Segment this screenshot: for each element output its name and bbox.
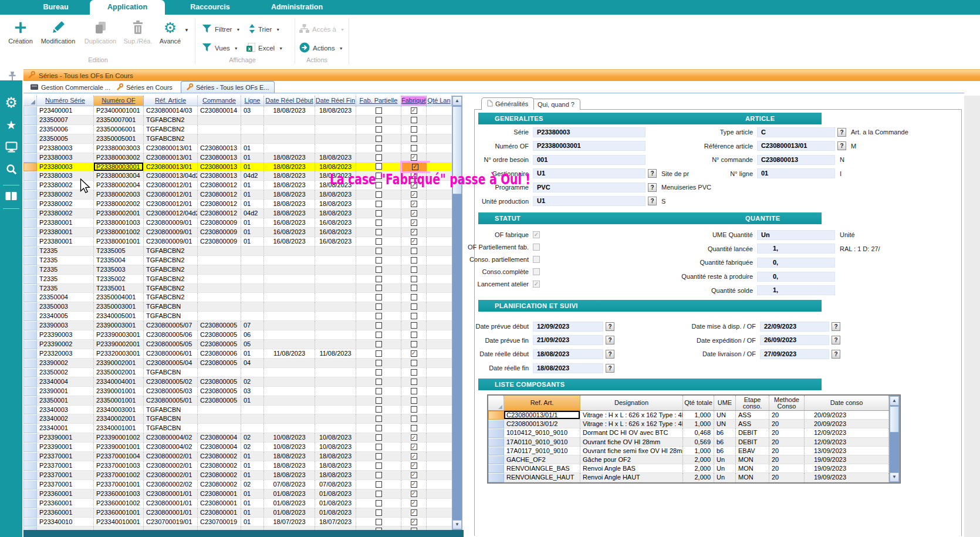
- row-header[interactable]: [23, 443, 37, 452]
- fabrique-checkbox[interactable]: [411, 379, 417, 385]
- fab-partielle-checkbox[interactable]: [376, 238, 382, 245]
- row-header[interactable]: [23, 256, 37, 265]
- fab-partielle-checkbox[interactable]: [376, 453, 382, 460]
- fabrique-checkbox[interactable]: [412, 164, 418, 170]
- fabrique-checkbox[interactable]: [411, 303, 417, 310]
- menu-bureau[interactable]: Bureau: [32, 0, 79, 15]
- table-row[interactable]: T2335T2335004TGFABCBN2: [23, 256, 452, 265]
- table-row[interactable]: 2335000123350001001C230800005/01C2308000…: [23, 396, 452, 406]
- table-row[interactable]: P23380002P23380002001C230800012/04d2C230…: [23, 209, 452, 218]
- fabrique-checkbox[interactable]: [411, 332, 417, 338]
- row-header[interactable]: [23, 228, 37, 237]
- table-row[interactable]: 2334000323340003001TGFABCBN: [23, 406, 452, 415]
- row-header[interactable]: [23, 433, 37, 443]
- row-header[interactable]: [23, 321, 37, 330]
- row-header[interactable]: [23, 461, 37, 471]
- avance-caret-icon[interactable]: ▼: [184, 28, 189, 33]
- table-row[interactable]: 2339000323390003001C230800005/07C2308000…: [23, 321, 452, 330]
- fab-partielle-checkbox[interactable]: [376, 191, 382, 198]
- field-value[interactable]: 18/08/2023: [533, 349, 603, 359]
- wheel-icon[interactable]: ⚙: [0, 95, 22, 110]
- row-header[interactable]: [23, 275, 37, 284]
- fab-partielle-checkbox[interactable]: [376, 257, 382, 264]
- fabrique-checkbox[interactable]: [411, 500, 417, 506]
- row-header[interactable]: [23, 218, 37, 228]
- fab-partielle-checkbox[interactable]: [376, 303, 382, 310]
- row-header[interactable]: [23, 508, 37, 518]
- menu-application[interactable]: Application: [90, 0, 165, 15]
- fab-partielle-checkbox[interactable]: [376, 491, 382, 497]
- table-row[interactable]: P23390001P23390001001C230800004/02C23080…: [23, 443, 452, 452]
- help-button[interactable]: ?: [648, 169, 657, 178]
- fabrique-checkbox[interactable]: [411, 126, 417, 133]
- component-row-header[interactable]: [488, 455, 504, 464]
- field-value[interactable]: U1: [533, 196, 646, 206]
- field-value[interactable]: 01: [757, 168, 835, 178]
- table-row[interactable]: P23380003P23380003002C230800013/01C23080…: [23, 153, 452, 163]
- table-row[interactable]: 2334000523340005001TGFABCBN: [23, 312, 452, 321]
- creation-button[interactable]: Création: [5, 18, 36, 45]
- table-row[interactable]: P23380001P23380001003C230800009/01C23080…: [23, 218, 452, 228]
- row-header[interactable]: [23, 452, 37, 461]
- grid-vertical-scrollbar[interactable]: ▲ ▼: [452, 96, 462, 530]
- fab-partielle-checkbox[interactable]: [376, 154, 382, 161]
- component-row[interactable]: 17A0117_9010_9010Ouvrant fiche semi fixe…: [488, 447, 900, 455]
- fabrique-checkbox[interactable]: [411, 285, 417, 291]
- field-value[interactable]: Un: [757, 230, 835, 240]
- row-header[interactable]: [23, 480, 37, 489]
- fab-partielle-checkbox[interactable]: [376, 425, 382, 431]
- fab-partielle-checkbox[interactable]: [376, 481, 382, 488]
- table-row[interactable]: P23360001P23360001001C230800001/01C23080…: [23, 508, 452, 518]
- fab-partielle-checkbox[interactable]: [376, 276, 382, 282]
- component-row[interactable]: GACHE_OF2Gâche pour OF22,000UnMON2019/09…: [488, 455, 900, 464]
- table-row[interactable]: T2335T2335003TGFABCBN2: [23, 265, 452, 275]
- field-value[interactable]: U1: [533, 168, 646, 178]
- help-button[interactable]: ?: [648, 183, 657, 192]
- row-header[interactable]: [23, 330, 37, 340]
- field-value[interactable]: 22/09/2023: [760, 322, 829, 332]
- field-value[interactable]: C230800013/01: [757, 141, 835, 151]
- table-row[interactable]: P23390002P23390002001C230800005/05C23080…: [23, 340, 452, 349]
- column-header[interactable]: Réf. Article: [144, 96, 198, 106]
- component-row-header[interactable]: [488, 411, 504, 420]
- fabrique-checkbox[interactable]: [411, 257, 417, 264]
- field-value[interactable]: 0,: [757, 258, 835, 268]
- table-row[interactable]: 2334000423340004001C230800005/02C2308000…: [23, 377, 452, 387]
- fab-partielle-checkbox[interactable]: [376, 210, 382, 217]
- fabrique-checkbox[interactable]: [411, 369, 417, 376]
- field-value[interactable]: 18/08/2023: [533, 363, 603, 373]
- fabrique-checkbox[interactable]: [411, 453, 417, 460]
- fab-partielle-checkbox[interactable]: [376, 388, 382, 394]
- fab-partielle-checkbox[interactable]: [376, 360, 382, 366]
- table-row[interactable]: 2335000523350005001TGFABCBN2: [23, 134, 452, 144]
- grid-corner-cell[interactable]: [23, 96, 37, 106]
- scroll-up-icon[interactable]: ▲: [890, 396, 899, 406]
- help-button[interactable]: ?: [832, 322, 840, 331]
- column-header[interactable]: Commande: [198, 96, 241, 106]
- fabrique-checkbox[interactable]: [411, 136, 417, 142]
- component-row-header[interactable]: [488, 428, 504, 437]
- table-row[interactable]: P23400001P23400001001C230800014/03C23080…: [23, 106, 452, 116]
- fabrique-checkbox[interactable]: [411, 434, 417, 441]
- help-button[interactable]: ?: [606, 322, 614, 331]
- component-row-header[interactable]: [488, 473, 504, 482]
- fabrique-checkbox[interactable]: [411, 491, 417, 497]
- column-header[interactable]: Ligne: [241, 96, 264, 106]
- row-header[interactable]: [23, 181, 37, 190]
- fab-partielle-checkbox[interactable]: [376, 350, 382, 357]
- field-value[interactable]: C: [757, 127, 835, 137]
- fab-partielle-checkbox[interactable]: [376, 313, 382, 319]
- field-value[interactable]: C230800013: [757, 155, 835, 165]
- row-header[interactable]: [23, 406, 37, 415]
- component-row[interactable]: RENVOIANGLE_BASRenvoi Angle BAS2,000UnMO…: [488, 464, 900, 473]
- scroll-thumb[interactable]: [890, 406, 899, 433]
- row-header[interactable]: [23, 293, 37, 302]
- monitor-icon[interactable]: [0, 141, 22, 156]
- table-row[interactable]: 2335000423350004001TGFABCBN2: [23, 293, 452, 302]
- component-row[interactable]: C230800013/01/2Vitrage : H x L : 626 x 1…: [488, 420, 900, 428]
- table-row[interactable]: 2334000223340002001TGFABCBN: [23, 414, 452, 424]
- row-header[interactable]: [23, 265, 37, 275]
- fab-partielle-checkbox[interactable]: [376, 219, 382, 226]
- fabrique-checkbox[interactable]: [411, 519, 417, 525]
- table-row[interactable]: T2335T2335002TGFABCBN2: [23, 275, 452, 284]
